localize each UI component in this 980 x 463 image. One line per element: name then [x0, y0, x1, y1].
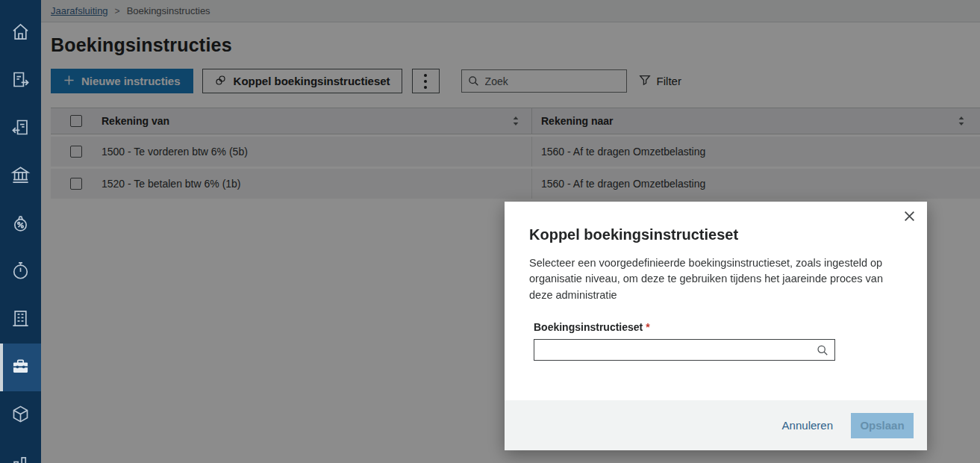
sidebar-item-time[interactable]	[0, 248, 41, 296]
sidebar-item-inventory[interactable]	[0, 391, 41, 439]
instruction-set-input[interactable]	[534, 339, 835, 361]
dialog-title: Koppel boekingsinstructieset	[505, 202, 927, 243]
toolbox-icon	[10, 356, 31, 379]
purchase-invoice-icon	[10, 117, 31, 140]
time-icon	[10, 261, 31, 284]
sidebar-item-year-end-toolbox[interactable]	[0, 344, 41, 391]
link-instruction-set-dialog: Koppel boekingsinstructieset Selecteer e…	[505, 202, 927, 450]
organisation-icon	[10, 308, 31, 332]
home-icon	[10, 22, 31, 45]
close-button[interactable]	[901, 209, 917, 226]
close-icon	[903, 210, 916, 225]
bank-icon	[10, 165, 31, 188]
sidebar-item-purchases[interactable]	[0, 105, 41, 152]
sales-invoice-icon	[10, 69, 31, 93]
sidebar-item-sales[interactable]	[0, 57, 41, 105]
sidebar-item-organisation[interactable]	[0, 296, 41, 344]
dialog-description: Selecteer een voorgedefinieerde boekings…	[505, 243, 927, 303]
boekingsinstructieset-label: Boekingsinstructieset	[534, 321, 643, 333]
sidebar-item-bank[interactable]	[0, 152, 41, 200]
inventory-icon	[10, 404, 31, 427]
sidebar-item-vat[interactable]	[0, 200, 41, 248]
cancel-button[interactable]: Annuleren	[782, 419, 833, 432]
required-marker: *	[646, 321, 649, 333]
reports-icon	[10, 452, 31, 463]
sidebar-item-home[interactable]	[0, 9, 41, 57]
save-button[interactable]: Opslaan	[851, 413, 914, 438]
sidebar-item-reports[interactable]	[0, 439, 41, 463]
vat-icon	[10, 213, 31, 236]
field-label-row: Boekingsinstructieset*	[505, 303, 927, 333]
sidebar	[0, 0, 41, 463]
instruction-set-combobox	[534, 339, 835, 361]
dialog-footer: Annuleren Opslaan	[505, 400, 927, 450]
